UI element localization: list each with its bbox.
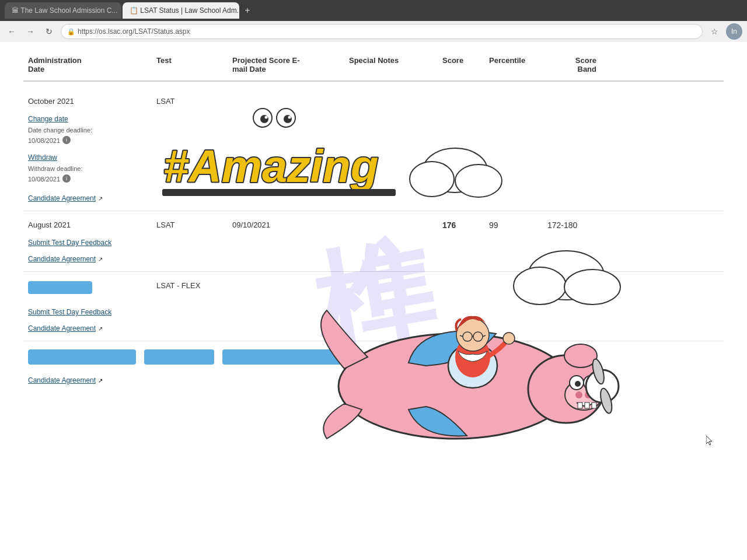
table-row: Submit Test Day Feedback Candidate Agree… [23, 272, 724, 341]
external-link-icon-3: ↗ [98, 326, 103, 332]
blurred-bottom-row [23, 341, 724, 373]
forward-button[interactable]: → [23, 24, 37, 38]
cell-special-notes-2 [344, 218, 438, 223]
withdraw-label: Withdraw deadline: [28, 165, 147, 172]
tab-1[interactable]: 🏛 The Law School Admission C... ✕ [5, 2, 121, 19]
date-oct-2021: October 2021 [28, 97, 147, 106]
cell-band-1 [543, 94, 601, 99]
blurred-date-bar [28, 281, 92, 294]
col-test: Test [152, 54, 228, 76]
candidate-agreement-link-1[interactable]: Candidate Agreement [28, 194, 96, 202]
address-bar-row: ← → ↻ 🔒 https://os.lsac.org/LSAT/Status.… [0, 21, 747, 42]
back-button[interactable]: ← [5, 24, 19, 38]
col-score: Score [438, 54, 484, 76]
candidate-agreement-link-3[interactable]: Candidate Agreement [28, 324, 96, 332]
submit-feedback-link-2[interactable]: Submit Test Day Feedback [28, 308, 147, 316]
change-date-label: Date change deadline: [28, 127, 147, 134]
tab-2[interactable]: 📋 LSAT Status | Law School Adm... ✕ [123, 2, 239, 19]
blurred-dot-2 [366, 353, 375, 361]
blurred-bar-2 [144, 349, 214, 365]
external-link-icon-1: ↗ [98, 195, 103, 202]
tab-2-favicon: 📋 [130, 6, 138, 15]
cell-proj-date-3 [228, 279, 344, 284]
lock-icon: 🔒 [67, 28, 75, 36]
bottom-link-row: Candidate Agreement ↗ [23, 373, 724, 388]
svg-rect-15 [578, 402, 582, 408]
col-projected-score: Projected Score E-mail Date [228, 54, 344, 76]
address-bar[interactable]: 🔒 https://os.lsac.org/LSAT/Status.aspx [61, 24, 703, 39]
col-score-band: ScoreBand [543, 54, 601, 76]
info-icon-2: i [62, 174, 71, 183]
cell-pct-2: 99 [484, 218, 543, 232]
col-percentile: Percentile [484, 54, 543, 76]
tab-bar: 🏛 The Law School Admission C... ✕ 📋 LSAT… [0, 0, 747, 21]
tab-1-label: The Law School Admission C... [20, 6, 117, 15]
svg-rect-17 [592, 402, 596, 408]
table-row: August 2021 Submit Test Day Feedback Can… [23, 211, 724, 272]
page-content: 榫 AdministrationDate Test Projected Scor… [0, 42, 747, 560]
refresh-button[interactable]: ↻ [42, 24, 56, 38]
cell-admin-date-2: August 2021 Submit Test Day Feedback Can… [23, 218, 152, 265]
col-admin-date: AdministrationDate [23, 54, 152, 76]
col-special-notes: Special Notes [344, 54, 438, 76]
mouse-cursor [706, 436, 713, 446]
table-row: October 2021 Change date Date change dea… [23, 88, 724, 211]
cell-pct-3 [484, 279, 543, 284]
cell-test-3: LSAT - FLEX [152, 279, 228, 292]
cell-special-notes-1 [344, 94, 438, 99]
submit-feedback-link-1[interactable]: Submit Test Day Feedback [28, 239, 147, 247]
withdraw-link[interactable]: Withdraw [28, 153, 147, 162]
tab-1-close[interactable]: ✕ [121, 8, 121, 14]
tab-2-label: LSAT Status | Law School Adm... [140, 6, 239, 15]
cell-special-notes-3 [344, 279, 438, 284]
blurred-bar-4 [383, 349, 424, 365]
date-aug-2021: August 2021 [28, 220, 147, 229]
tab-1-favicon: 🏛 [12, 6, 19, 15]
cell-test-2: LSAT [152, 218, 228, 232]
cell-proj-date-1 [228, 94, 344, 99]
table-area: AdministrationDate Test Projected Score … [0, 42, 747, 400]
cell-score-1 [438, 94, 484, 99]
profile-button[interactable]: In [726, 23, 742, 40]
table-header: AdministrationDate Test Projected Score … [23, 54, 724, 82]
withdraw-date-value: 10/08/2021 [28, 176, 60, 183]
change-date-link[interactable]: Change date [28, 115, 147, 123]
candidate-agreement-link-2[interactable]: Candidate Agreement [28, 255, 96, 263]
external-link-icon-2: ↗ [98, 256, 103, 262]
candidate-agreement-link-4[interactable]: Candidate Agreement [28, 376, 96, 384]
cell-pct-1 [484, 94, 543, 99]
cell-band-3 [543, 279, 601, 284]
blurred-bar-3 [222, 349, 342, 365]
cell-admin-date-1: October 2021 Change date Date change dea… [23, 94, 152, 205]
info-icon-1: i [62, 136, 71, 144]
new-tab-button[interactable]: + [240, 4, 254, 18]
external-link-icon-4: ↗ [98, 377, 103, 384]
svg-rect-16 [585, 402, 589, 408]
url-text: https://os.lsac.org/LSAT/Status.aspx [78, 27, 190, 36]
cell-test-1: LSAT [152, 94, 228, 108]
blurred-dot-1 [350, 353, 358, 361]
star-button[interactable]: ☆ [707, 24, 721, 38]
blurred-bar-1 [28, 349, 136, 365]
change-date-value: 10/08/2021 [28, 137, 60, 144]
cell-proj-date-2: 09/10/2021 [228, 218, 344, 232]
cell-band-2: 172-180 [543, 218, 601, 232]
cell-score-3 [438, 279, 484, 284]
cell-admin-date-3: Submit Test Day Feedback Candidate Agree… [23, 279, 152, 335]
browser-chrome: 🏛 The Law School Admission C... ✕ 📋 LSAT… [0, 0, 747, 42]
cell-score-2: 176 [438, 218, 484, 232]
